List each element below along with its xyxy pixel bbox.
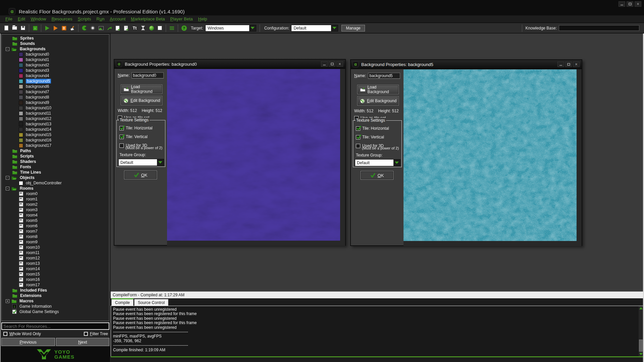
- menu-item-resources[interactable]: Resources: [49, 16, 75, 21]
- collapse-icon[interactable]: −: [6, 47, 9, 51]
- help-icon[interactable]: ?: [180, 24, 188, 32]
- window-titlebar[interactable]: ɑBackground Properties: background0×: [114, 60, 345, 69]
- run-icon[interactable]: [43, 24, 51, 32]
- tree-item-background2[interactable]: background2: [2, 62, 109, 68]
- expand-icon[interactable]: +: [6, 299, 9, 303]
- tile-horizontal-checkbox[interactable]: Tile: Horizontal: [119, 126, 153, 130]
- minimize-icon[interactable]: [619, 1, 625, 7]
- tree-item-room15[interactable]: room15: [2, 272, 109, 277]
- create-path-icon[interactable]: [106, 24, 113, 32]
- tree-item-background14[interactable]: background14: [2, 127, 109, 132]
- whole-word-checkbox[interactable]: [3, 332, 7, 336]
- knowledge-base-input[interactable]: [559, 25, 639, 31]
- dropdown-arrow-icon[interactable]: [393, 160, 400, 166]
- tree-item-obj_democontroller[interactable]: obj_DemoController: [2, 180, 109, 186]
- stop-icon[interactable]: 0: [60, 24, 68, 32]
- tree-item-room14[interactable]: room14: [2, 266, 109, 272]
- tree-item-background17[interactable]: background17: [2, 143, 109, 148]
- tree-item-room9[interactable]: room9: [2, 239, 109, 245]
- tab-compile[interactable]: Compile: [111, 298, 133, 306]
- scroll-down-icon[interactable]: [639, 353, 643, 355]
- tree-item-room6[interactable]: room6: [2, 223, 109, 229]
- tree-item-background6[interactable]: background6: [2, 84, 109, 89]
- tree-item-background4[interactable]: background4: [2, 73, 109, 78]
- edit-background-button[interactable]: Edit Background: [121, 96, 162, 105]
- edit-background-button[interactable]: Edit Background: [358, 97, 398, 105]
- menu-item-window[interactable]: Window: [28, 16, 49, 21]
- close-icon[interactable]: ×: [336, 61, 343, 67]
- tree-item-room5[interactable]: room5: [2, 218, 109, 223]
- create-executable-icon[interactable]: ↓: [31, 24, 39, 32]
- run-debug-icon[interactable]: [52, 24, 59, 32]
- create-background-icon[interactable]: [97, 24, 105, 32]
- tree-item-background5[interactable]: background5: [2, 78, 109, 84]
- tree-item-included-files[interactable]: Included Files: [2, 288, 109, 293]
- tree-item-background1[interactable]: background1: [2, 57, 109, 62]
- configuration-select[interactable]: Default: [291, 25, 338, 32]
- create-shader-icon[interactable]: [122, 24, 130, 32]
- tree-item-background15[interactable]: background15: [2, 132, 109, 137]
- tree-item-room0[interactable]: room0: [2, 191, 109, 196]
- resource-tree[interactable]: SpritesSounds−Backgroundsbackground0back…: [1, 34, 109, 321]
- tree-item-room12[interactable]: room12: [2, 255, 109, 261]
- collapse-icon[interactable]: −: [6, 187, 9, 190]
- scroll-up-icon[interactable]: [639, 307, 643, 309]
- menu-item-scripts[interactable]: Scripts: [75, 16, 94, 21]
- tree-item-shaders[interactable]: Shaders: [2, 159, 109, 164]
- collapse-icon[interactable]: −: [6, 176, 9, 180]
- tree-item-background13[interactable]: background13: [2, 121, 109, 127]
- dropdown-arrow-icon[interactable]: [157, 159, 164, 166]
- tree-item-backgrounds[interactable]: −Backgrounds: [2, 46, 109, 52]
- maximize-icon[interactable]: [329, 61, 335, 67]
- compile-log[interactable]: Pause event has been unregistered Pause …: [111, 306, 643, 356]
- create-sound-icon[interactable]: [89, 24, 97, 32]
- tree-item-time-lines[interactable]: Time Lines: [2, 170, 109, 175]
- tree-item-fonts[interactable]: Fonts: [2, 164, 109, 170]
- tree-item-room3[interactable]: room3: [2, 207, 109, 213]
- load-background-button[interactable]: Load Background: [121, 85, 162, 94]
- tree-item-background11[interactable]: background11: [2, 111, 109, 116]
- scroll-thumb[interactable]: [639, 340, 643, 352]
- menu-item-file[interactable]: File: [3, 16, 15, 21]
- log-scrollbar[interactable]: [639, 306, 643, 356]
- tree-item-game-information[interactable]: iGame Information: [2, 304, 109, 309]
- tree-item-background9[interactable]: background9: [2, 100, 109, 105]
- manage-button[interactable]: Manage: [341, 25, 365, 32]
- menu-item-account[interactable]: Account: [107, 16, 128, 21]
- tree-item-sprites[interactable]: Sprites: [2, 36, 109, 41]
- tree-item-room8[interactable]: room8: [2, 234, 109, 239]
- tree-item-room10[interactable]: room10: [2, 245, 109, 250]
- tree-item-rooms[interactable]: −Rooms: [2, 186, 109, 191]
- tree-item-room7[interactable]: room7: [2, 229, 109, 234]
- tree-item-room11[interactable]: room11: [2, 250, 109, 255]
- minimize-icon[interactable]: [557, 62, 564, 67]
- search-input[interactable]: [1, 322, 109, 330]
- tree-item-background10[interactable]: background10: [2, 105, 109, 111]
- tile-vertical-checkbox[interactable]: Tile: Vertical: [356, 135, 384, 139]
- new-file-icon[interactable]: [2, 24, 10, 32]
- menu-item-player-beta[interactable]: Player Beta: [168, 16, 196, 21]
- minimize-icon[interactable]: [321, 61, 328, 67]
- tree-item-background7[interactable]: background7: [2, 89, 109, 95]
- tree-item-sounds[interactable]: Sounds: [2, 41, 109, 46]
- tree-item-macros[interactable]: +Macros: [2, 298, 109, 304]
- target-select[interactable]: Windows: [205, 25, 256, 32]
- next-button[interactable]: Next: [56, 338, 110, 346]
- create-object-icon[interactable]: [148, 24, 155, 32]
- tree-item-paths[interactable]: Paths: [2, 148, 109, 154]
- tree-item-scripts[interactable]: Scripts: [2, 154, 109, 159]
- ok-button[interactable]: OK: [361, 171, 393, 179]
- menu-item-edit[interactable]: Edit: [15, 16, 28, 21]
- window-titlebar[interactable]: ɑBackground Properties: background5×: [351, 60, 582, 69]
- tree-item-background0[interactable]: background0: [2, 52, 109, 57]
- save-project-icon[interactable]: [19, 24, 27, 32]
- create-sprite-icon[interactable]: [80, 24, 88, 32]
- tree-item-background3[interactable]: background3: [2, 68, 109, 73]
- tree-item-background12[interactable]: background12: [2, 116, 109, 121]
- name-input[interactable]: background5: [368, 73, 400, 79]
- resource-list-icon[interactable]: [168, 24, 176, 32]
- menu-item-marketplace-beta[interactable]: Marketplace Beta: [128, 16, 167, 21]
- tree-item-room4[interactable]: room4: [2, 213, 109, 218]
- tree-item-background16[interactable]: background16: [2, 137, 109, 143]
- name-input[interactable]: background0: [131, 72, 164, 78]
